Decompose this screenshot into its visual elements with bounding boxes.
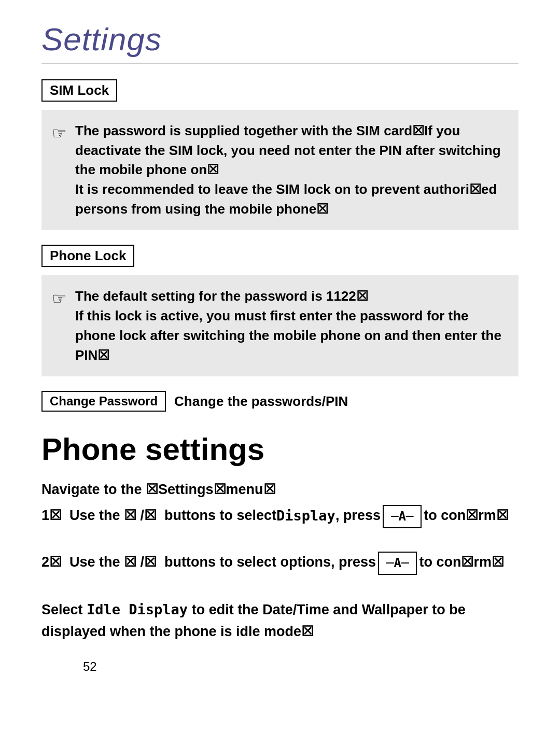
select-line: Select Idle Display to edit the Date/Tim… <box>41 599 519 643</box>
phone-lock-info-text: The default setting for the password is … <box>75 287 503 365</box>
phone-lock-info-box: ☞ The default setting for the password i… <box>41 275 519 376</box>
step1-line: 1☒ Use the ☒ /☒ buttons to select Displa… <box>41 505 519 548</box>
sim-lock-info-box: ☞ The password is supplied together with… <box>41 110 519 230</box>
phone-lock-badge: Phone Lock <box>41 245 134 267</box>
phone-settings-title: Phone settings <box>41 432 519 467</box>
sim-lock-info-text: The password is supplied together with t… <box>75 121 503 219</box>
phone-lock-hand-icon: ☞ <box>52 289 67 308</box>
page-title: Settings <box>41 21 519 58</box>
title-divider <box>41 63 519 64</box>
change-password-desc: Change the passwords/PIN <box>174 393 348 410</box>
step2-line: 2☒ Use the ☒ /☒ buttons to select option… <box>41 552 519 595</box>
sim-lock-section: SIM Lock ☞ The password is supplied toge… <box>41 79 519 230</box>
change-password-row: Change Password Change the passwords/PIN <box>41 391 519 412</box>
phone-settings-section: Phone settings Navigate to the ☒Settings… <box>41 432 519 643</box>
phone-lock-section: Phone Lock ☞ The default setting for the… <box>41 245 519 376</box>
change-password-badge[interactable]: Change Password <box>41 391 166 412</box>
sim-lock-hand-icon: ☞ <box>52 123 67 143</box>
phone-settings-body: Navigate to the ☒Settings☒menu☒ 1☒ Use t… <box>41 479 519 643</box>
sim-lock-badge: SIM Lock <box>41 79 117 102</box>
step2-button: ─A─ <box>378 552 417 575</box>
page-number: 52 <box>83 659 97 674</box>
navigate-line: Navigate to the ☒Settings☒menu☒ <box>41 479 519 501</box>
step1-button: ─A─ <box>383 505 422 528</box>
